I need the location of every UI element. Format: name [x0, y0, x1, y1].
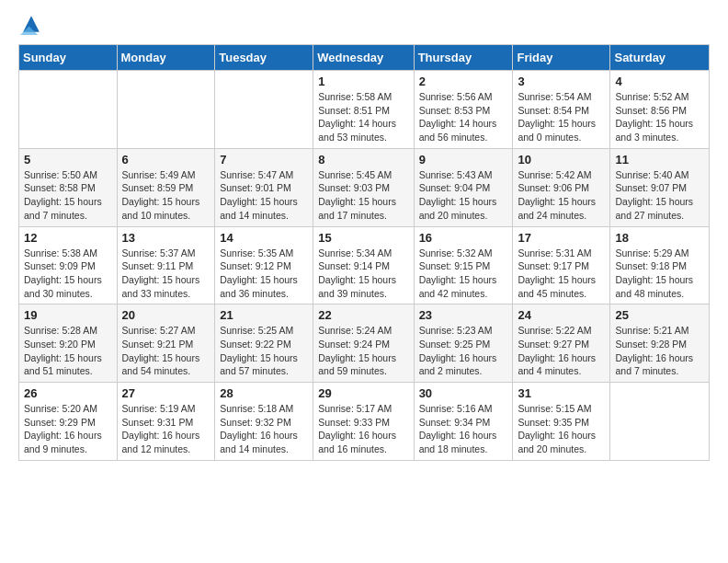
day-number: 24 — [518, 308, 605, 322]
calendar-cell: 11Sunrise: 5:40 AMSunset: 9:07 PMDayligh… — [610, 148, 710, 226]
day-number: 27 — [122, 386, 210, 400]
calendar-cell: 30Sunrise: 5:16 AMSunset: 9:34 PMDayligh… — [414, 383, 513, 461]
day-number: 25 — [615, 308, 704, 322]
calendar-cell — [610, 383, 710, 461]
day-info: Sunrise: 5:45 AMSunset: 9:03 PMDaylight:… — [318, 168, 408, 223]
calendar-cell: 4Sunrise: 5:52 AMSunset: 8:56 PMDaylight… — [610, 71, 710, 149]
col-header-saturday: Saturday — [610, 45, 710, 71]
day-info: Sunrise: 5:21 AMSunset: 9:28 PMDaylight:… — [615, 324, 704, 378]
calendar-header-row: SundayMondayTuesdayWednesdayThursdayFrid… — [19, 45, 710, 71]
calendar-cell: 22Sunrise: 5:24 AMSunset: 9:24 PMDayligh… — [313, 304, 414, 383]
logo-icon — [20, 13, 42, 35]
day-number: 4 — [615, 75, 704, 88]
page: SundayMondayTuesdayWednesdayThursdayFrid… — [0, 0, 728, 476]
calendar-cell: 23Sunrise: 5:23 AMSunset: 9:25 PMDayligh… — [414, 304, 513, 383]
col-header-sunday: Sunday — [19, 45, 118, 71]
day-info: Sunrise: 5:32 AMSunset: 9:15 PMDaylight:… — [419, 247, 508, 301]
day-number: 5 — [24, 153, 112, 167]
day-number: 2 — [419, 75, 508, 88]
calendar-cell: 24Sunrise: 5:22 AMSunset: 9:27 PMDayligh… — [513, 304, 610, 383]
day-info: Sunrise: 5:54 AMSunset: 8:54 PMDaylight:… — [518, 90, 605, 144]
week-row-1: 1Sunrise: 5:58 AMSunset: 8:51 PMDaylight… — [19, 71, 710, 149]
day-info: Sunrise: 5:38 AMSunset: 9:09 PMDaylight:… — [24, 247, 112, 301]
day-number: 11 — [615, 153, 704, 167]
calendar-cell: 31Sunrise: 5:15 AMSunset: 9:35 PMDayligh… — [513, 383, 610, 461]
day-number: 31 — [518, 386, 605, 400]
day-info: Sunrise: 5:34 AMSunset: 9:14 PMDaylight:… — [318, 247, 408, 301]
week-row-5: 26Sunrise: 5:20 AMSunset: 9:29 PMDayligh… — [19, 383, 710, 461]
day-number: 7 — [220, 153, 308, 167]
day-number: 21 — [220, 308, 308, 322]
calendar-cell: 7Sunrise: 5:47 AMSunset: 9:01 PMDaylight… — [215, 148, 313, 226]
day-info: Sunrise: 5:28 AMSunset: 9:20 PMDaylight:… — [24, 324, 112, 378]
day-info: Sunrise: 5:18 AMSunset: 9:32 PMDaylight:… — [220, 402, 308, 456]
day-info: Sunrise: 5:16 AMSunset: 9:34 PMDaylight:… — [419, 402, 508, 456]
calendar-cell: 25Sunrise: 5:21 AMSunset: 9:28 PMDayligh… — [610, 304, 710, 383]
calendar-cell: 6Sunrise: 5:49 AMSunset: 8:59 PMDaylight… — [117, 148, 215, 226]
calendar-cell: 18Sunrise: 5:29 AMSunset: 9:18 PMDayligh… — [610, 226, 710, 304]
day-number: 10 — [518, 153, 605, 167]
day-number: 9 — [419, 153, 508, 167]
calendar-cell: 29Sunrise: 5:17 AMSunset: 9:33 PMDayligh… — [313, 383, 414, 461]
col-header-tuesday: Tuesday — [215, 45, 313, 71]
day-number: 22 — [318, 308, 408, 322]
logo — [18, 15, 42, 35]
day-info: Sunrise: 5:31 AMSunset: 9:17 PMDaylight:… — [518, 247, 605, 301]
day-info: Sunrise: 5:49 AMSunset: 8:59 PMDaylight:… — [122, 168, 210, 223]
day-number: 23 — [419, 308, 508, 322]
day-info: Sunrise: 5:50 AMSunset: 8:58 PMDaylight:… — [24, 168, 112, 223]
day-number: 29 — [318, 386, 408, 400]
day-info: Sunrise: 5:24 AMSunset: 9:24 PMDaylight:… — [318, 324, 408, 378]
col-header-monday: Monday — [117, 45, 215, 71]
header — [18, 15, 710, 35]
day-number: 30 — [419, 386, 508, 400]
day-number: 14 — [220, 231, 308, 245]
col-header-thursday: Thursday — [414, 45, 513, 71]
calendar-cell: 12Sunrise: 5:38 AMSunset: 9:09 PMDayligh… — [19, 226, 118, 304]
calendar-cell: 2Sunrise: 5:56 AMSunset: 8:53 PMDaylight… — [414, 71, 513, 149]
day-number: 28 — [220, 386, 308, 400]
day-info: Sunrise: 5:20 AMSunset: 9:29 PMDaylight:… — [24, 402, 112, 456]
calendar-cell: 3Sunrise: 5:54 AMSunset: 8:54 PMDaylight… — [513, 71, 610, 149]
day-info: Sunrise: 5:25 AMSunset: 9:22 PMDaylight:… — [220, 324, 308, 378]
calendar-cell: 13Sunrise: 5:37 AMSunset: 9:11 PMDayligh… — [117, 226, 215, 304]
day-info: Sunrise: 5:17 AMSunset: 9:33 PMDaylight:… — [318, 402, 408, 456]
calendar-cell: 19Sunrise: 5:28 AMSunset: 9:20 PMDayligh… — [19, 304, 118, 383]
day-number: 15 — [318, 231, 408, 245]
calendar-cell: 28Sunrise: 5:18 AMSunset: 9:32 PMDayligh… — [215, 383, 313, 461]
day-number: 26 — [24, 386, 112, 400]
calendar-cell — [215, 71, 313, 149]
day-info: Sunrise: 5:15 AMSunset: 9:35 PMDaylight:… — [518, 402, 605, 456]
day-number: 12 — [24, 231, 112, 245]
day-info: Sunrise: 5:58 AMSunset: 8:51 PMDaylight:… — [318, 90, 408, 144]
day-number: 3 — [518, 75, 605, 88]
day-info: Sunrise: 5:52 AMSunset: 8:56 PMDaylight:… — [615, 90, 704, 144]
calendar-cell: 17Sunrise: 5:31 AMSunset: 9:17 PMDayligh… — [513, 226, 610, 304]
calendar-cell: 14Sunrise: 5:35 AMSunset: 9:12 PMDayligh… — [215, 226, 313, 304]
calendar-cell: 27Sunrise: 5:19 AMSunset: 9:31 PMDayligh… — [117, 383, 215, 461]
day-info: Sunrise: 5:56 AMSunset: 8:53 PMDaylight:… — [419, 90, 508, 144]
day-info: Sunrise: 5:37 AMSunset: 9:11 PMDaylight:… — [122, 247, 210, 301]
calendar-cell: 9Sunrise: 5:43 AMSunset: 9:04 PMDaylight… — [414, 148, 513, 226]
day-number: 20 — [122, 308, 210, 322]
day-number: 6 — [122, 153, 210, 167]
calendar-cell: 8Sunrise: 5:45 AMSunset: 9:03 PMDaylight… — [313, 148, 414, 226]
day-info: Sunrise: 5:22 AMSunset: 9:27 PMDaylight:… — [518, 324, 605, 378]
day-number: 8 — [318, 153, 408, 167]
week-row-2: 5Sunrise: 5:50 AMSunset: 8:58 PMDaylight… — [19, 148, 710, 226]
calendar-cell: 21Sunrise: 5:25 AMSunset: 9:22 PMDayligh… — [215, 304, 313, 383]
day-number: 16 — [419, 231, 508, 245]
day-number: 17 — [518, 231, 605, 245]
week-row-4: 19Sunrise: 5:28 AMSunset: 9:20 PMDayligh… — [19, 304, 710, 383]
day-info: Sunrise: 5:47 AMSunset: 9:01 PMDaylight:… — [220, 168, 308, 223]
col-header-wednesday: Wednesday — [313, 45, 414, 71]
calendar-cell: 1Sunrise: 5:58 AMSunset: 8:51 PMDaylight… — [313, 71, 414, 149]
day-info: Sunrise: 5:27 AMSunset: 9:21 PMDaylight:… — [122, 324, 210, 378]
calendar-cell: 10Sunrise: 5:42 AMSunset: 9:06 PMDayligh… — [513, 148, 610, 226]
day-number: 18 — [615, 231, 704, 245]
calendar-cell — [117, 71, 215, 149]
col-header-friday: Friday — [513, 45, 610, 71]
day-info: Sunrise: 5:42 AMSunset: 9:06 PMDaylight:… — [518, 168, 605, 223]
day-number: 13 — [122, 231, 210, 245]
day-info: Sunrise: 5:23 AMSunset: 9:25 PMDaylight:… — [419, 324, 508, 378]
